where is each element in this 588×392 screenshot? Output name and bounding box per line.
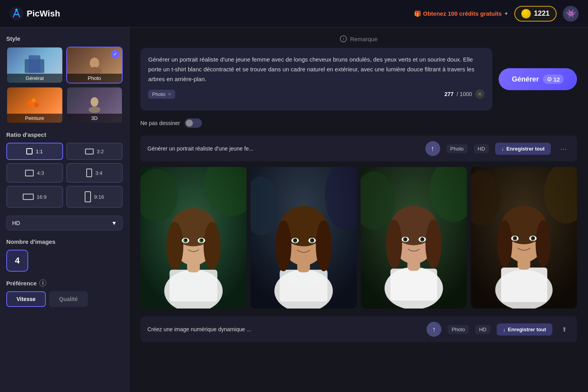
prompt-text: Générer un portrait réaliste d'une jeune… <box>148 55 485 84</box>
svg-point-10 <box>89 107 100 113</box>
free-credits-text: 🎁 Obtenez 100 crédits gratuits <box>414 10 502 17</box>
num-images-title: Nombre d'images <box>6 238 123 245</box>
generate-cost: ⊙ 12 <box>543 74 564 84</box>
svg-rect-49 <box>390 269 437 300</box>
quality-label: HD <box>12 220 20 226</box>
svg-point-44 <box>312 239 314 241</box>
svg-point-70 <box>535 220 550 267</box>
svg-rect-17 <box>170 270 218 301</box>
preference-info-icon[interactable]: ℹ <box>39 279 46 287</box>
layout: Style Général Photo ✓ <box>0 27 588 392</box>
header: PicWish 🎁 Obtenez 100 crédits gratuits ✦… <box>0 0 588 27</box>
svg-point-21 <box>166 222 183 270</box>
gen-tag-hd-2: HD <box>475 325 490 334</box>
svg-text:i: i <box>343 37 344 41</box>
pref-btn-vitesse[interactable]: Vitesse <box>6 291 46 307</box>
generated-image-1[interactable] <box>140 167 247 309</box>
aspect-btn-3-4[interactable]: 3:4 <box>66 163 123 183</box>
quality-dropdown[interactable]: HD ▼ <box>6 216 123 230</box>
svg-point-22 <box>203 222 220 270</box>
logo[interactable]: PicWish <box>9 7 60 21</box>
svg-point-75 <box>514 237 516 239</box>
svg-point-1 <box>15 9 18 11</box>
save-all-button-1[interactable]: ↓ Enregistrer tout <box>495 143 551 155</box>
toggle-knob <box>186 120 193 127</box>
more-button-1[interactable]: ··· <box>557 143 570 155</box>
style-label-3d: 3D <box>67 114 122 123</box>
preference-label: Préférence <box>6 280 37 287</box>
save-all-button-2[interactable]: ↓ Enregistrer tout <box>497 323 552 336</box>
svg-rect-3 <box>29 55 40 73</box>
chevron-down-icon: ▼ <box>111 220 117 226</box>
gen-tag-photo-1: Photo <box>446 144 468 153</box>
prompt-tag-remove[interactable]: ✕ <box>168 92 171 97</box>
style-item-general[interactable]: Général <box>6 47 63 83</box>
aspect-btn-16-9[interactable]: 16:9 <box>6 186 63 208</box>
generate-label: Générer <box>512 75 539 83</box>
generated-image-2[interactable] <box>250 167 357 309</box>
svg-point-27 <box>185 239 187 241</box>
style-section-title: Style <box>6 35 123 42</box>
save-icon-2: ↓ <box>503 327 506 332</box>
svg-point-53 <box>386 220 402 269</box>
generated-image-4[interactable] <box>471 167 577 309</box>
info-icon: i <box>340 35 347 42</box>
free-credits-banner[interactable]: 🎁 Obtenez 100 crédits gratuits ✦ <box>414 10 508 17</box>
image-grid <box>140 167 577 309</box>
svg-point-37 <box>276 220 292 271</box>
svg-point-4 <box>90 58 99 69</box>
gen-tag-photo-2: Photo <box>448 325 469 334</box>
svg-point-76 <box>532 237 534 239</box>
preference-buttons: Vitesse Qualité <box>6 291 123 307</box>
svg-point-69 <box>497 220 512 267</box>
sparkle-icon: ✦ <box>504 11 508 16</box>
header-right: 🎁 Obtenez 100 crédits gratuits ✦ 1221 👾 <box>414 6 579 22</box>
credits-count: 1221 <box>534 9 550 18</box>
style-item-peinture[interactable]: Peinture <box>6 87 63 123</box>
aspect-grid: 1:1 3:2 4:3 3:4 16:9 9:16 <box>6 143 123 208</box>
svg-point-65 <box>495 270 552 309</box>
main-content: i Remarque Générer un portrait réaliste … <box>129 27 588 392</box>
generated-image-3[interactable] <box>361 167 467 309</box>
app-name: PicWish <box>27 9 60 19</box>
save-icon-1: ↓ <box>501 146 504 152</box>
num-images-box[interactable]: 4 <box>6 250 28 272</box>
remarque-label: Remarque <box>350 36 377 42</box>
aspect-btn-9-16[interactable]: 9:16 <box>66 186 123 208</box>
pref-btn-qualite[interactable]: Qualité <box>49 291 88 307</box>
generation-row-2: Créez une image numérique dynamique ... … <box>140 316 577 342</box>
gen-row-text-1: Générer un portrait réaliste d'une jeune… <box>147 145 419 152</box>
no-draw-toggle[interactable] <box>185 118 202 128</box>
style-item-photo[interactable]: Photo ✓ <box>66 47 123 83</box>
aspect-btn-1-1[interactable]: 1:1 <box>6 143 63 160</box>
style-check-photo: ✓ <box>111 50 120 58</box>
gen-tag-hd-1: HD <box>474 144 489 153</box>
coin-icon <box>521 9 531 18</box>
prompt-char-count: 277 / 1000 ✕ <box>445 89 485 99</box>
aspect-section-title: Ratio d'aspect <box>6 131 123 138</box>
no-draw-label: Ne pas dessiner <box>140 120 180 126</box>
style-item-3d[interactable]: 3D <box>66 87 123 123</box>
avatar[interactable]: 👾 <box>563 6 579 22</box>
upload-button-1[interactable]: ↑ <box>425 141 440 156</box>
prompt-box[interactable]: Générer un portrait réaliste d'une jeune… <box>140 48 492 111</box>
svg-point-9 <box>91 97 98 107</box>
svg-point-8 <box>32 98 36 102</box>
toggle-row: Ne pas dessiner <box>140 118 577 128</box>
credits-badge[interactable]: 1221 <box>514 6 557 22</box>
upload-button-2[interactable]: ↑ <box>426 322 441 337</box>
prompt-clear-button[interactable]: ✕ <box>475 89 485 99</box>
generate-button[interactable]: Générer ⊙ 12 <box>499 68 577 90</box>
prompt-footer: Photo ✕ 277 / 1000 ✕ <box>148 89 485 99</box>
aspect-btn-3-2[interactable]: 3:2 <box>66 143 123 160</box>
cost-value: 12 <box>554 76 560 83</box>
sidebar: Style Général Photo ✓ <box>0 27 129 392</box>
more-button-2[interactable]: ⬆ <box>559 324 570 335</box>
aspect-btn-4-3[interactable]: 4:3 <box>6 163 63 183</box>
svg-point-60 <box>422 238 424 240</box>
svg-point-43 <box>294 239 296 241</box>
prompt-tag[interactable]: Photo ✕ <box>148 90 175 99</box>
svg-point-38 <box>316 220 332 271</box>
char-max: 1000 <box>460 91 472 97</box>
remarque-bar: i Remarque <box>140 35 577 42</box>
